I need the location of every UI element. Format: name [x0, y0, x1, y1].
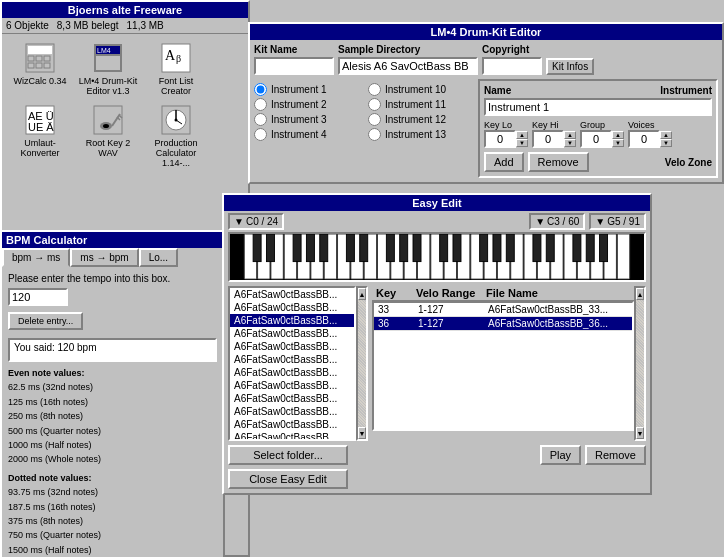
instrument-10-label: Instrument 10: [385, 84, 446, 95]
close-easy-edit-button[interactable]: Close Easy Edit: [228, 469, 348, 489]
instrument-row-13: Instrument 13: [368, 128, 474, 141]
instrument-4-radio[interactable]: [254, 128, 267, 141]
file-icon-wizcalc[interactable]: WizCalc 0.34: [10, 42, 70, 96]
octave-selector-2[interactable]: ▼ C3 / 60: [529, 213, 585, 230]
instrument-2-radio[interactable]: [254, 98, 267, 111]
bpm-tab-1[interactable]: ms → bpm: [70, 248, 138, 267]
sample-list-scroll-up[interactable]: ▲: [358, 288, 366, 300]
svg-rect-58: [253, 234, 261, 262]
key-lo-down[interactable]: ▼: [516, 139, 528, 147]
key-hi-down[interactable]: ▼: [564, 139, 576, 147]
key-hi-up[interactable]: ▲: [564, 131, 576, 139]
velo-table-scrollbar[interactable]: ▲ ▼: [634, 286, 646, 441]
group-down[interactable]: ▼: [612, 139, 624, 147]
sample-list-scrollbar[interactable]: ▲ ▼: [356, 286, 368, 441]
easy-remove-button[interactable]: Remove: [585, 445, 646, 465]
piano-keyboard[interactable]: // This will be rendered via JS below: [228, 232, 646, 282]
instrument-3-radio[interactable]: [254, 113, 267, 126]
octave-selector-1[interactable]: ▼ C0 / 24: [228, 213, 284, 230]
bpm-calc-window: BPM Calculator bpm → ms ms → bpm Lo... P…: [0, 230, 225, 557]
svg-rect-59: [266, 234, 274, 262]
svg-rect-73: [533, 234, 541, 262]
voices-label: Voices: [628, 120, 672, 130]
svg-rect-70: [480, 234, 488, 262]
velo-table-container: Key Velo Range File Name 331-127A6FatSaw…: [372, 286, 646, 441]
velo-table-body[interactable]: 331-127A6FatSaw0ctBassBB_33...361-127A6F…: [372, 301, 634, 431]
velo-col-key: Key: [376, 287, 416, 299]
sample-list-item-5[interactable]: A6FatSaw0ctBassBB...: [230, 353, 354, 366]
even-notes-section: Even note values: 62.5 ms (32nd notes) 1…: [8, 366, 217, 467]
instrument-1-radio[interactable]: [254, 83, 267, 96]
sample-list-item-2[interactable]: A6FatSaw0ctBassBB...: [230, 314, 354, 327]
file-icon-fontcreator[interactable]: A β Font List Creator: [146, 42, 206, 96]
wizcalc-icon: [24, 42, 56, 74]
file-icon-lm4editor[interactable]: LM4 LM•4 Drum-Kit Editor v1.3: [78, 42, 138, 96]
sample-list-scroll-down[interactable]: ▼: [358, 427, 366, 439]
sample-list-item-10[interactable]: A6FatSaw0ctBassBB...: [230, 418, 354, 431]
velo-row-0[interactable]: 331-127A6FatSaw0ctBassBB_33...: [374, 303, 632, 317]
key-lo-input[interactable]: [484, 130, 516, 148]
easy-edit-window: Easy Edit ▼ C0 / 24 ▼ C3 / 60 ▼ G5 / 91 …: [222, 193, 652, 495]
instrument-name-input[interactable]: [484, 98, 712, 116]
svg-rect-68: [440, 234, 448, 262]
svg-rect-74: [546, 234, 554, 262]
instrument-12-label: Instrument 12: [385, 114, 446, 125]
add-button[interactable]: Add: [484, 152, 524, 172]
sample-list-item-7[interactable]: A6FatSaw0ctBassBB...: [230, 379, 354, 392]
play-button[interactable]: Play: [540, 445, 581, 465]
bpm-result-text: You said: 120 bpm: [14, 342, 96, 353]
voices-up[interactable]: ▲: [660, 131, 672, 139]
octave-selector-3[interactable]: ▼ G5 / 91: [589, 213, 646, 230]
bpm-input[interactable]: [8, 288, 68, 306]
svg-rect-75: [573, 234, 581, 262]
svg-rect-4: [44, 56, 50, 61]
sample-list-item-3[interactable]: A6FatSaw0ctBassBB...: [230, 327, 354, 340]
sample-list-item-6[interactable]: A6FatSaw0ctBassBB...: [230, 366, 354, 379]
sample-dir-input[interactable]: [338, 57, 478, 75]
svg-rect-64: [360, 234, 368, 262]
instrument-13-radio[interactable]: [368, 128, 381, 141]
instrument-10-radio[interactable]: [368, 83, 381, 96]
select-folder-button[interactable]: Select folder...: [228, 445, 348, 465]
svg-rect-76: [586, 234, 594, 262]
velo-scroll-up[interactable]: ▲: [636, 288, 644, 300]
instrument-3-label: Instrument 3: [271, 114, 327, 125]
file-icon-umlaut[interactable]: AE Ü UE Ä Umlaut-Konverter: [10, 104, 70, 168]
file-icon-rootkey[interactable]: Root Key 2 WAV: [78, 104, 138, 168]
copyright-input[interactable]: [482, 57, 542, 75]
svg-rect-57: [617, 234, 629, 279]
key-hi-input[interactable]: [532, 130, 564, 148]
velo-table-wrapper: Key Velo Range File Name 331-127A6FatSaw…: [372, 286, 646, 441]
svg-rect-1: [28, 46, 52, 54]
file-manager-toolbar: 6 Objekte 8,3 MB belegt 11,3 MB: [2, 18, 248, 34]
sample-list-item-8[interactable]: A6FatSaw0ctBassBB...: [230, 392, 354, 405]
bpm-delete-btn[interactable]: Delete entry...: [8, 312, 83, 330]
bpm-tab-2[interactable]: Lo...: [139, 248, 178, 267]
kit-name-input[interactable]: [254, 57, 334, 75]
bpm-prompt: Please enter the tempo into this box.: [8, 273, 217, 284]
velo-row-1[interactable]: 361-127A6FatSaw0ctBassBB_36...: [374, 317, 632, 331]
svg-text:A: A: [165, 48, 176, 63]
kit-infos-btn[interactable]: Kit Infos: [546, 58, 594, 75]
sample-list-item-1[interactable]: A6FatSaw0ctBassBB...: [230, 301, 354, 314]
instrument-11-radio[interactable]: [368, 98, 381, 111]
velo-scroll-down[interactable]: ▼: [636, 427, 644, 439]
voices-input[interactable]: [628, 130, 660, 148]
instrument-4-label: Instrument 4: [271, 129, 327, 140]
sample-list-item-9[interactable]: A6FatSaw0ctBassBB...: [230, 405, 354, 418]
sample-list-item-4[interactable]: A6FatSaw0ctBassBB...: [230, 340, 354, 353]
key-lo-up[interactable]: ▲: [516, 131, 528, 139]
file-icon-prodcalc[interactable]: Production Calculator 1.14-...: [146, 104, 206, 168]
fontcreator-icon: A β: [160, 42, 192, 74]
umlaut-icon: AE Ü UE Ä: [24, 104, 56, 136]
group-input[interactable]: [580, 130, 612, 148]
remove-button[interactable]: Remove: [528, 152, 589, 172]
sample-list-item-11[interactable]: A6FatSaw0ctBassBB...: [230, 431, 354, 441]
instrument-12-radio[interactable]: [368, 113, 381, 126]
key-hi-group: Key Hi ▲ ▼: [532, 120, 576, 148]
sample-list[interactable]: A6FatSaw0ctBassBB...A6FatSaw0ctBassBB...…: [228, 286, 356, 441]
voices-down[interactable]: ▼: [660, 139, 672, 147]
group-up[interactable]: ▲: [612, 131, 624, 139]
sample-list-item-0[interactable]: A6FatSaw0ctBassBB...: [230, 288, 354, 301]
bpm-tab-0[interactable]: bpm → ms: [2, 248, 70, 267]
